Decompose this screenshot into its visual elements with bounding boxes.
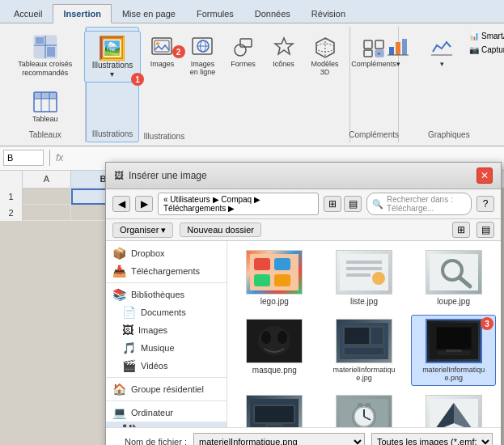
btn-capture[interactable]: 📷 Capture ▾ xyxy=(465,44,504,56)
cell-a2[interactable] xyxy=(23,205,71,221)
images-sidebar-icon: 🖼 xyxy=(122,324,133,337)
file-item-naviguer[interactable]: naviguer.png xyxy=(411,391,496,427)
filename-label: Nom de fichier : xyxy=(114,437,187,445)
btn-tableau[interactable]: Tableau xyxy=(25,85,66,127)
nav-path[interactable]: « Utilisateurs ▶ Compaq ▶ Téléchargement… xyxy=(158,193,319,215)
btn-images[interactable]: 2 Images xyxy=(144,30,181,72)
sidebar-item-telechargements[interactable]: 📥 Téléchargements xyxy=(106,262,227,280)
telechargements-label: Téléchargements xyxy=(131,266,200,276)
sidebar-item-musique[interactable]: 🎵 Musique xyxy=(106,339,227,357)
bibliotheques-label: Bibliothèques xyxy=(131,290,184,299)
dialog-footer: Nom de fichier : materielInformatique.pn… xyxy=(106,427,501,445)
new-folder-label: Nouveau dossier xyxy=(187,225,254,235)
nav-back-button[interactable]: ◀ xyxy=(112,196,130,212)
btn-graphique-line[interactable]: ▾ xyxy=(421,30,462,72)
file-name-masque: masque.png xyxy=(252,366,297,375)
sidebar-item-dropbox[interactable]: 📦 Dropbox xyxy=(106,244,227,262)
formula-divider xyxy=(49,150,50,166)
file-name-liste: liste.jpg xyxy=(350,297,378,306)
btn-images-en-ligne[interactable]: Imagesen ligne xyxy=(184,30,222,80)
ribbon: Accueil Insertion Mise en page Formules … xyxy=(0,0,504,146)
ribbon-body: Tableaux croisésrecommandés Tableau xyxy=(0,23,504,146)
svg-rect-23 xyxy=(364,40,372,49)
filename-input[interactable]: materielInformatique.png xyxy=(193,433,365,445)
col-header-a[interactable]: A xyxy=(23,171,71,188)
svg-point-48 xyxy=(261,331,271,344)
file-item-masque[interactable]: masque.png xyxy=(232,315,317,386)
svg-rect-18 xyxy=(240,39,252,47)
search-icon: 🔍 xyxy=(372,199,383,210)
svg-rect-52 xyxy=(345,328,369,344)
sidebar-item-images[interactable]: 🖼 Images xyxy=(106,321,227,339)
view-btn-2[interactable]: ▤ xyxy=(344,196,362,212)
search-placeholder-text: Rechercher dans : Télécharge... xyxy=(387,195,466,213)
toolbar-list-btn[interactable]: ▤ xyxy=(476,222,494,238)
svg-rect-63 xyxy=(266,425,282,427)
file-item-montre[interactable]: montre.jpg xyxy=(322,391,407,427)
fx-icon: fx xyxy=(56,152,63,163)
groupe-label: Groupe résidentiel xyxy=(131,384,204,394)
file-item-lego[interactable]: lego.jpg xyxy=(232,246,317,310)
ordinateur-icon: 💻 xyxy=(112,406,126,419)
organize-label: Organiser ▾ xyxy=(120,225,166,235)
svg-rect-34 xyxy=(254,258,270,270)
filetype-select[interactable]: Toutes les images (*.emf;*.wmf... xyxy=(371,433,493,445)
file-item-materiel-png[interactable]: materielInformatique.png 3 xyxy=(411,315,496,386)
svg-rect-54 xyxy=(344,347,384,355)
file-name-lego: lego.jpg xyxy=(260,297,289,306)
view-btn-1[interactable]: ⊞ xyxy=(324,196,341,212)
images-icon xyxy=(150,34,176,60)
tableau-icon xyxy=(32,89,58,115)
cell-a1[interactable] xyxy=(23,189,71,205)
tab-donnees[interactable]: Données xyxy=(244,3,301,23)
nav-path-text: « Utilisateurs ▶ Compaq ▶ Téléchargement… xyxy=(163,195,313,213)
btn-tableaux-croises[interactable]: Tableaux croisésrecommandés xyxy=(12,30,78,82)
illustrations-badge: 1 xyxy=(131,73,144,86)
tableaux-group-label: Tableaux xyxy=(29,127,61,139)
sidebar-item-groupe[interactable]: 🏠 Groupe résidentiel xyxy=(106,380,227,398)
nav-search[interactable]: 🔍 Rechercher dans : Télécharge... xyxy=(366,193,472,215)
file-item-materiel3[interactable]: materielInformatique.jpg xyxy=(232,391,317,427)
images-en-ligne-icon xyxy=(190,34,216,60)
btn-icones[interactable]: Icônes xyxy=(265,30,303,72)
sidebar-item-ordinateur[interactable]: 💻 Ordinateur xyxy=(106,404,227,422)
sidebar-item-bibliotheques[interactable]: 📚 Bibliothèques xyxy=(106,286,227,303)
illustrations-btn-wrapper: 🖼️ Illustrations▾ 1 xyxy=(84,31,141,83)
back-icon: ◀ xyxy=(118,198,125,210)
smartart-label: SmartArt xyxy=(481,32,504,40)
sidebar-item-documents[interactable]: 📄 Documents xyxy=(106,303,227,321)
nav-forward-button[interactable]: ▶ xyxy=(135,196,153,212)
tab-accueil[interactable]: Accueil xyxy=(3,3,53,23)
ribbon-group-illustrations: 🖼️ Illustrations▾ 1 Illustrations xyxy=(86,27,138,142)
file-item-loupe[interactable]: loupe.jpg xyxy=(411,246,496,310)
toolbar-view-btn[interactable]: ⊞ xyxy=(452,222,470,238)
tab-formules[interactable]: Formules xyxy=(186,3,244,23)
cell-reference-box[interactable]: B xyxy=(3,150,44,166)
tab-revision[interactable]: Révision xyxy=(301,3,356,23)
btn-smartart[interactable]: 📊 SmartArt xyxy=(465,30,504,42)
btn-formes[interactable]: Formes xyxy=(225,30,262,72)
dialog-close-button[interactable]: ✕ xyxy=(476,167,493,184)
tab-insertion[interactable]: Insertion xyxy=(53,4,111,23)
sidebar-item-disque-c[interactable]: 💾 Disque local (C:) xyxy=(106,422,227,427)
musique-label: Musique xyxy=(141,343,175,353)
help-button[interactable]: ? xyxy=(476,196,494,212)
new-folder-button[interactable]: Nouveau dossier xyxy=(180,222,261,237)
images-sidebar-label: Images xyxy=(138,325,167,335)
svg-rect-40 xyxy=(346,267,382,270)
organize-button[interactable]: Organiser ▾ xyxy=(112,222,173,238)
smartart-icon: 📊 xyxy=(469,32,479,40)
btn-modeles-3d[interactable]: Modèles3D xyxy=(306,30,345,80)
sidebar-item-videos[interactable]: 🎬 Vidéos xyxy=(106,357,227,375)
sidebar-divider-1 xyxy=(106,282,227,283)
svg-point-12 xyxy=(156,42,159,45)
svg-rect-57 xyxy=(437,328,471,349)
tab-mise-en-page[interactable]: Mise en page xyxy=(112,3,186,23)
disque-c-icon: 💾 xyxy=(122,424,136,427)
file-item-liste[interactable]: liste.jpg xyxy=(322,246,407,310)
illustrations-group-label: Illustrations xyxy=(92,126,133,138)
nav-view-buttons: ⊞ ▤ xyxy=(324,196,362,212)
sub-items-row: 2 Images Imagesen ligne xyxy=(144,28,345,130)
file-name-materiel-jpg: materielInformatique.jpg xyxy=(332,366,396,382)
file-item-materiel-jpg[interactable]: materielInformatique.jpg xyxy=(322,315,407,386)
